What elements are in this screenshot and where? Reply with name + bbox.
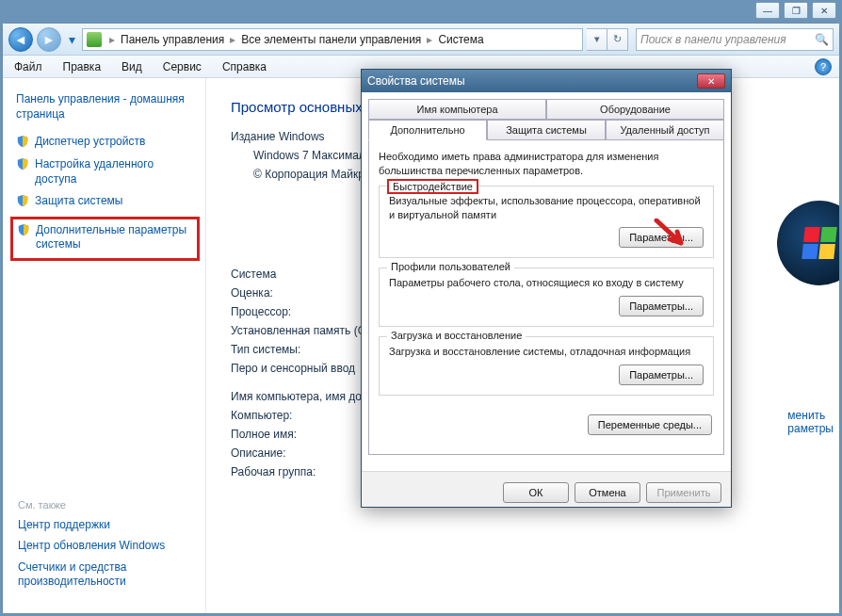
shield-icon <box>16 157 29 170</box>
shield-icon <box>16 194 29 207</box>
edition-copyright: © Корпорация Майкро <box>253 168 371 181</box>
performance-settings-button[interactable]: Параметры... <box>619 227 704 248</box>
nav-back-button[interactable]: ◄ <box>8 27 33 52</box>
breadcrumb-separator: ▸ <box>105 33 119 46</box>
see-also-performance[interactable]: Счетчики и средства производительности <box>18 560 197 590</box>
shield-icon <box>16 135 29 148</box>
group-profiles-title: Профили пользователей <box>387 261 514 272</box>
address-refresh-button[interactable]: ↻ <box>607 28 628 51</box>
group-user-profiles: Профили пользователей Параметры рабочего… <box>379 267 714 327</box>
see-also-title: См. также <box>18 499 197 511</box>
group-performance-text: Визуальные эффекты, использование процес… <box>389 194 704 222</box>
sidebar-advanced-settings[interactable]: Дополнительные параметры системы <box>10 217 200 261</box>
help-icon[interactable]: ? <box>815 58 832 75</box>
address-dropdown-button[interactable]: ▾ <box>587 28 607 51</box>
menu-tools[interactable]: Сервис <box>159 57 205 76</box>
breadcrumb-separator: ▸ <box>423 33 436 46</box>
nav-history-dropdown[interactable]: ▾ <box>65 30 78 49</box>
sidebar-link-label: Защита системы <box>35 194 122 209</box>
group-performance: Быстродействие Визуальные эффекты, испол… <box>379 186 714 259</box>
profiles-settings-button[interactable]: Параметры... <box>619 296 704 316</box>
menu-view[interactable]: Вид <box>118 57 146 76</box>
group-boot-text: Загрузка и восстановление системы, отлад… <box>389 345 704 359</box>
nav-forward-button[interactable]: ► <box>37 27 61 52</box>
sidebar-remote-settings[interactable]: Настройка удаленного доступа <box>16 157 196 186</box>
environment-variables-button[interactable]: Переменные среды... <box>588 414 712 435</box>
apply-button[interactable]: Применить <box>646 482 721 503</box>
sidebar-see-also: См. также Центр поддержки Центр обновлен… <box>18 499 197 596</box>
ok-button[interactable]: ОК <box>503 482 569 503</box>
menu-file[interactable]: Файл <box>10 57 46 76</box>
tab-panel-advanced: Необходимо иметь права администратора дл… <box>368 140 724 455</box>
dialog-close-button[interactable]: ✕ <box>697 73 725 89</box>
sidebar-link-label: Дополнительные параметры системы <box>36 223 193 252</box>
group-performance-title: Быстродействие <box>387 179 478 194</box>
admin-note: Необходимо иметь права администратора дл… <box>379 150 714 178</box>
window-maximize-button[interactable]: ❐ <box>784 2 808 19</box>
change-settings-link[interactable]: менитьраметры <box>787 409 834 435</box>
address-bar-row: ◄ ► ▾ ▸ Панель управления ▸ Все элементы… <box>3 24 839 56</box>
sidebar: Панель управления - домашняя страница Ди… <box>3 78 206 613</box>
sidebar-home-link[interactable]: Панель управления - домашняя страница <box>16 91 196 122</box>
cancel-button[interactable]: Отмена <box>575 482 640 503</box>
tab-computer-name[interactable]: Имя компьютера <box>368 99 546 120</box>
startup-settings-button[interactable]: Параметры... <box>619 365 704 385</box>
search-placeholder: Поиск в панели управления <box>640 33 786 46</box>
tab-system-protection[interactable]: Защита системы <box>487 120 606 140</box>
dialog-titlebar[interactable]: Свойства системы ✕ <box>362 70 731 92</box>
sidebar-link-label: Диспетчер устройств <box>35 135 145 150</box>
edition-name: Windows 7 Максималь <box>253 149 371 162</box>
shield-icon <box>17 223 30 236</box>
control-panel-icon <box>87 32 102 47</box>
tab-advanced[interactable]: Дополнительно <box>368 120 487 140</box>
group-startup-recovery: Загрузка и восстановление Загрузка и вос… <box>379 336 714 396</box>
sidebar-link-label: Настройка удаленного доступа <box>35 157 196 186</box>
dialog-button-row: ОК Отмена Применить <box>362 471 731 507</box>
tab-hardware[interactable]: Оборудование <box>546 99 724 120</box>
system-properties-dialog: Свойства системы ✕ Имя компьютера Оборуд… <box>361 69 732 508</box>
see-also-action-center[interactable]: Центр поддержки <box>18 518 197 533</box>
window-minimize-button[interactable]: — <box>755 2 780 19</box>
tab-remote[interactable]: Удаленный доступ <box>606 120 724 140</box>
dialog-title-text: Свойства системы <box>367 74 465 88</box>
breadcrumb-item[interactable]: Панель управления <box>119 30 226 49</box>
group-boot-title: Загрузка и восстановление <box>387 330 526 341</box>
sidebar-system-protection[interactable]: Защита системы <box>16 194 196 209</box>
see-also-windows-update[interactable]: Центр обновления Windows <box>18 539 197 554</box>
group-profiles-text: Параметры рабочего стола, относящиеся ко… <box>389 276 704 290</box>
sidebar-device-manager[interactable]: Диспетчер устройств <box>16 135 196 150</box>
breadcrumb-item[interactable]: Все элементы панели управления <box>239 30 423 49</box>
breadcrumb-separator: ▸ <box>226 33 239 46</box>
breadcrumb-item[interactable]: Система <box>436 30 485 49</box>
menu-edit[interactable]: Правка <box>59 57 105 76</box>
menu-help[interactable]: Справка <box>219 57 270 76</box>
window-close-button[interactable]: ✕ <box>812 2 836 19</box>
address-bar[interactable]: ▸ Панель управления ▸ Все элементы панел… <box>82 28 583 51</box>
search-input[interactable]: Поиск в панели управления 🔍 <box>636 28 834 51</box>
search-icon: 🔍 <box>815 33 829 46</box>
